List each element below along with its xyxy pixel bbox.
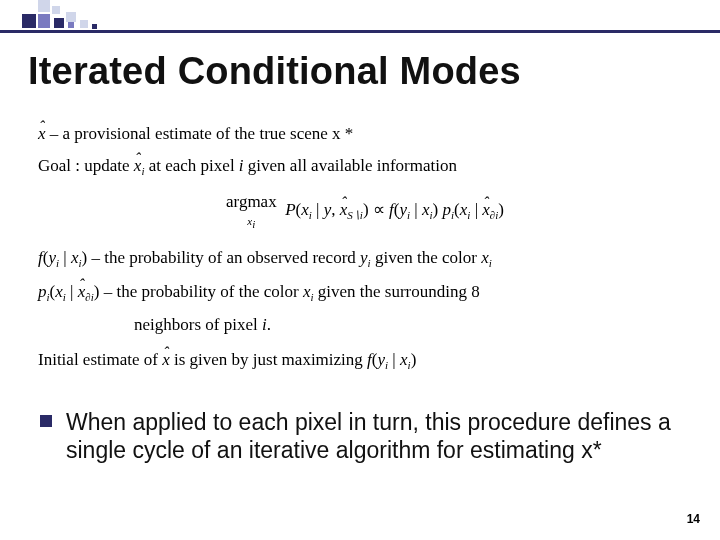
- slide-body: Iterated Conditional Modes x – a provisi…: [28, 50, 692, 464]
- accent-squares: [22, 0, 132, 30]
- slide-accent: [0, 0, 720, 36]
- math-block: x – a provisional estimate of the true s…: [38, 121, 692, 374]
- math-line-4: pi(xi | x∂i) – the probability of the co…: [38, 279, 692, 306]
- accent-bar: [0, 30, 720, 33]
- bullet-text: When applied to each pixel in turn, this…: [66, 408, 688, 464]
- bullet-item: When applied to each pixel in turn, this…: [40, 408, 688, 464]
- page-number: 14: [687, 512, 700, 526]
- slide-title: Iterated Conditional Modes: [28, 50, 692, 93]
- math-line-3: f(yi | xi) – the probability of an obser…: [38, 245, 692, 272]
- math-line-2: Goal : update xi at each pixel i given a…: [38, 153, 692, 180]
- math-line-5: Initial estimate of x is given by just m…: [38, 347, 692, 374]
- math-line-4b: neighbors of pixel i.: [134, 312, 692, 338]
- square-bullet-icon: [40, 415, 52, 427]
- math-line-1: x – a provisional estimate of the true s…: [38, 121, 692, 147]
- math-formula: argmax xi P(xi | y, xS∖i) ∝ f(yi | xi) p…: [38, 189, 692, 234]
